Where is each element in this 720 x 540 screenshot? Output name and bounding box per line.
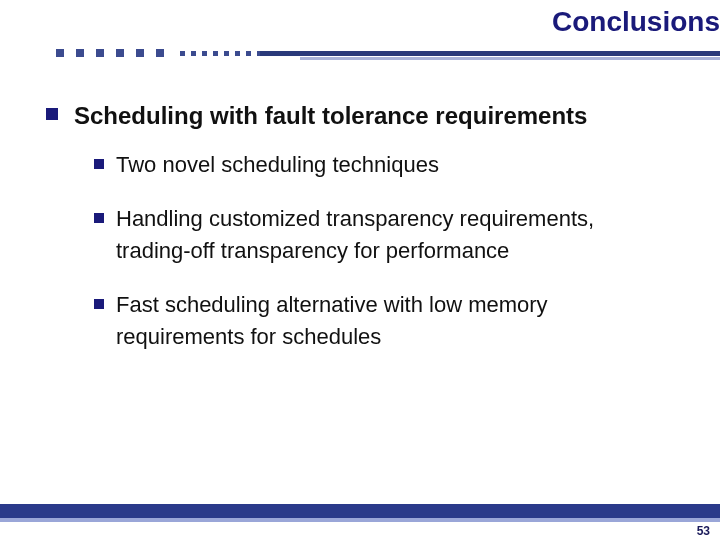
slide-title: Conclusions xyxy=(552,6,720,38)
bullet-text-main: Scheduling with fault tolerance requirem… xyxy=(74,100,587,131)
bullet-text: Fast scheduling alternative with low mem… xyxy=(116,289,656,353)
bullet-level-2: Fast scheduling alternative with low mem… xyxy=(94,289,720,353)
divider-line-light xyxy=(300,57,720,60)
square-bullet-icon xyxy=(94,159,104,169)
content-area: Scheduling with fault tolerance requirem… xyxy=(46,100,720,375)
bullet-level-1: Scheduling with fault tolerance requirem… xyxy=(46,100,720,131)
sub-bullet-group: Two novel scheduling techniques Handling… xyxy=(94,149,720,352)
bullet-text: Handling customized transparency require… xyxy=(116,203,656,267)
bullet-text: Two novel scheduling techniques xyxy=(116,149,439,181)
square-bullet-icon xyxy=(94,299,104,309)
title-divider xyxy=(0,46,720,64)
square-bullet-icon xyxy=(94,213,104,223)
footer-bar xyxy=(0,504,720,518)
footer-bar-light xyxy=(0,518,720,522)
bullet-level-2: Two novel scheduling techniques xyxy=(94,149,720,181)
slide: Conclusions Scheduling with fault tolera… xyxy=(0,0,720,540)
bullet-level-2: Handling customized transparency require… xyxy=(94,203,720,267)
divider-line-dark xyxy=(260,51,720,56)
square-bullet-icon xyxy=(46,108,58,120)
divider-dots-large xyxy=(56,49,164,57)
slide-number: 53 xyxy=(697,524,710,538)
